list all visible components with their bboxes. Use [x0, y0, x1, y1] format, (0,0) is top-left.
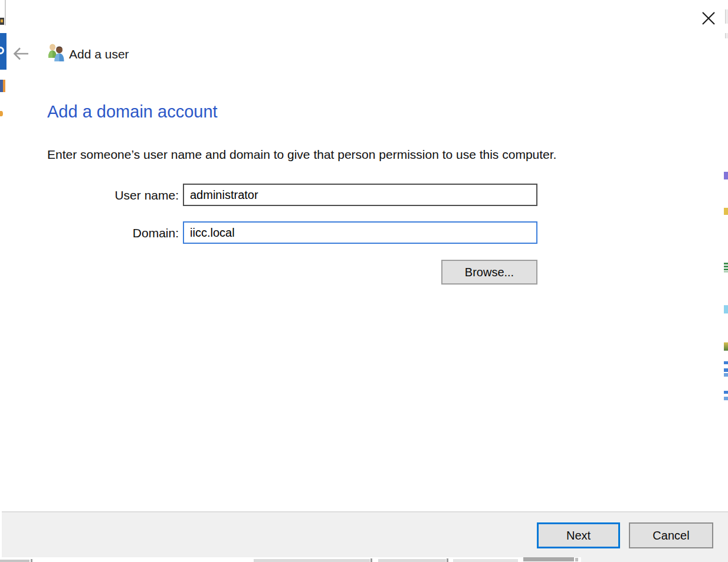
close-icon [701, 11, 716, 26]
background-fragment [254, 559, 370, 562]
background-fragment [1, 19, 3, 22]
background-fragment [725, 33, 728, 38]
browse-button[interactable]: Browse... [441, 260, 537, 285]
background-fragment [724, 397, 728, 400]
background-fragment [724, 172, 728, 179]
background-fragment [0, 560, 29, 562]
background-fragment [724, 208, 728, 215]
domain-label: Domain: [35, 226, 179, 240]
background-fragment [3, 80, 5, 92]
background-fragment [575, 558, 578, 561]
back-arrow-icon [12, 46, 30, 61]
username-input[interactable] [183, 184, 537, 206]
background-fragment [0, 111, 3, 116]
background-fragment [724, 368, 728, 372]
cancel-button[interactable]: Cancel [629, 522, 713, 548]
background-fragment [31, 559, 32, 562]
background-scrollbar-thumb[interactable] [523, 557, 574, 561]
description-text: Enter someone’s user name and domain to … [47, 148, 661, 162]
username-label: User name: [35, 188, 179, 202]
background-fragment [724, 263, 728, 272]
background-fragment [724, 361, 728, 364]
next-button[interactable]: Next [537, 522, 620, 548]
dialog-title: Add a user [69, 47, 129, 62]
background-fragment [447, 558, 448, 562]
background-fragment [725, 9, 728, 24]
domain-input[interactable] [183, 221, 537, 244]
background-fragment [453, 559, 518, 562]
background-fragment [724, 391, 728, 394]
back-button[interactable] [11, 44, 32, 64]
close-button[interactable] [699, 8, 719, 28]
background-fragment [378, 559, 446, 562]
background-fragment [370, 558, 372, 562]
add-user-icon [47, 43, 65, 63]
background-fragment [724, 342, 728, 351]
page-heading: Add a domain account [47, 102, 218, 122]
background-fragment [5, 0, 6, 25]
background-fragment [724, 305, 728, 313]
footer-left-gap [0, 511, 2, 562]
background-fragment [724, 373, 728, 377]
